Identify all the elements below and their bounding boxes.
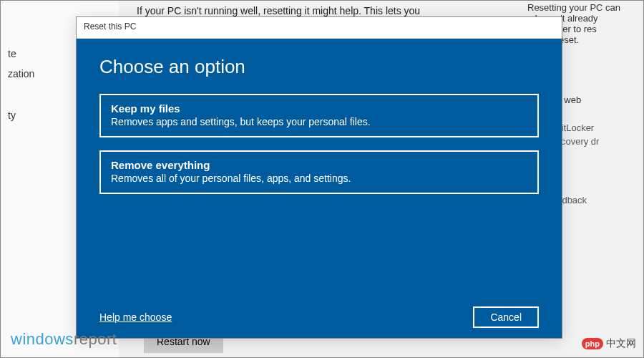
watermark-phpcn: php 中文网 xyxy=(582,337,636,350)
help-me-choose-link[interactable]: Help me choose xyxy=(99,311,172,323)
option-keep-my-files[interactable]: Keep my files Removes apps and settings,… xyxy=(99,94,539,137)
watermark-part-b: report xyxy=(74,330,117,348)
cancel-button[interactable]: Cancel xyxy=(473,306,539,328)
dialog-body: Choose an option Keep my files Removes a… xyxy=(77,39,562,338)
option-title: Remove everything xyxy=(111,159,527,171)
option-desc: Removes apps and settings, but keeps you… xyxy=(111,116,527,127)
php-badge-icon: php xyxy=(582,338,603,349)
dialog-footer: Help me choose Cancel xyxy=(99,299,539,328)
option-desc: Removes all of your personal files, apps… xyxy=(111,173,527,184)
option-remove-everything[interactable]: Remove everything Removes all of your pe… xyxy=(99,150,539,194)
option-title: Keep my files xyxy=(111,102,527,115)
dialog-titlebar: Reset this PC xyxy=(77,17,562,39)
watermark-windowsreport: windowsreport xyxy=(11,330,117,349)
watermark-right-text: 中文网 xyxy=(606,337,636,350)
dialog-heading: Choose an option xyxy=(99,56,539,78)
watermark-part-a: windows xyxy=(11,330,74,348)
reset-pc-dialog: Reset this PC Choose an option Keep my f… xyxy=(76,16,562,339)
right-text: Resetting your PC can xyxy=(527,2,643,13)
